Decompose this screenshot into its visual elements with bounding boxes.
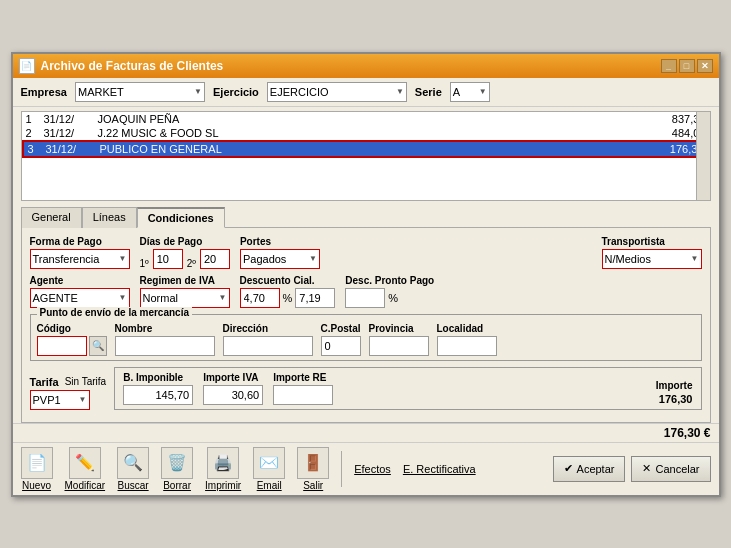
row-date: 31/12/ (44, 113, 94, 125)
provincia-input[interactable] (369, 336, 429, 356)
direccion-group: Dirección (223, 323, 313, 356)
imprimir-button[interactable]: 🖨️ Imprimir (205, 447, 241, 491)
transportista-combo[interactable]: N/Medios ▼ (602, 249, 702, 269)
tab-lineas[interactable]: Líneas (82, 207, 137, 228)
tabs: General Líneas Condiciones (21, 207, 711, 228)
transportista-label: Transportista (602, 236, 702, 247)
portes-combo[interactable]: Pagados ▼ (240, 249, 320, 269)
salir-label: Salir (303, 480, 323, 491)
bottom-row: Tarifa Sin Tarifa PVP1 ▼ B. Imponible (30, 367, 702, 410)
ejercicio-combo[interactable]: EJERCICIO ▼ (267, 82, 407, 102)
row-num: 3 (28, 143, 42, 155)
dias-1-input[interactable] (153, 249, 183, 269)
imprimir-icon: 🖨️ (207, 447, 239, 479)
cancelar-x: ✕ (642, 462, 651, 475)
localidad-label: Localidad (437, 323, 497, 334)
importe-iva-group: Importe IVA (203, 372, 263, 405)
importe-iva-label: Importe IVA (203, 372, 263, 383)
forma-pago-value: Transferencia (33, 253, 100, 265)
nombre-group: Nombre (115, 323, 215, 356)
b-imponible-input[interactable] (123, 385, 193, 405)
restore-button[interactable]: □ (679, 59, 695, 73)
serie-label: Serie (415, 86, 442, 98)
tarifa-combo[interactable]: PVP1 ▼ (30, 390, 90, 410)
forma-pago-label: Forma de Pago (30, 236, 130, 247)
transportista-group: Transportista N/Medios ▼ (602, 236, 702, 269)
localidad-group: Localidad (437, 323, 497, 356)
tab-general[interactable]: General (21, 207, 82, 228)
row-date: 31/12/ (46, 143, 96, 155)
rectificativa-link[interactable]: E. Rectificativa (403, 463, 476, 475)
importe-iva-input[interactable] (203, 385, 263, 405)
buscar-label: Buscar (118, 480, 149, 491)
punto-envio-inner: Código 🔍 Nombre Dirección (37, 323, 695, 356)
empresa-value: MARKET (78, 86, 124, 98)
importe-value: 176,30 (659, 393, 693, 405)
portes-label: Portes (240, 236, 320, 247)
row-name: J.22 MUSIC & FOOD SL (98, 127, 632, 139)
nuevo-button[interactable]: 📄 Nuevo (21, 447, 53, 491)
nuevo-label: Nuevo (22, 480, 51, 491)
b-imponible-group: B. Imponible (123, 372, 193, 405)
agente-value: AGENTE (33, 292, 78, 304)
portes-group: Portes Pagados ▼ (240, 236, 320, 269)
serie-arrow: ▼ (479, 87, 487, 96)
aceptar-button[interactable]: ✔ Aceptar (553, 456, 626, 482)
desc-pronto-pct-input[interactable] (345, 288, 385, 308)
direccion-input[interactable] (223, 336, 313, 356)
tab-condiciones-content: Forma de Pago Transferencia ▼ Días de Pa… (21, 227, 711, 423)
portes-arrow: ▼ (309, 254, 317, 263)
ejercicio-label: Ejercicio (213, 86, 259, 98)
email-button[interactable]: ✉️ Email (253, 447, 285, 491)
desc-pronto-pago-group: Desc. Pronto Pago % (345, 275, 434, 308)
direccion-label: Dirección (223, 323, 313, 334)
regimen-iva-arrow: ▼ (219, 293, 227, 302)
salir-button[interactable]: 🚪 Salir (297, 447, 329, 491)
tab-area: General Líneas Condiciones Forma de Pago… (21, 207, 711, 423)
buscar-button[interactable]: 🔍 Buscar (117, 447, 149, 491)
list-scrollbar[interactable] (696, 112, 710, 200)
dias-1-label: 1º (140, 258, 149, 269)
minimize-button[interactable]: _ (661, 59, 677, 73)
agente-combo[interactable]: AGENTE ▼ (30, 288, 130, 308)
forma-pago-combo[interactable]: Transferencia ▼ (30, 249, 130, 269)
title-bar: 📄 Archivo de Facturas de Clientes _ □ ✕ (13, 54, 719, 78)
main-window: 📄 Archivo de Facturas de Clientes _ □ ✕ … (11, 52, 721, 497)
email-icon: ✉️ (253, 447, 285, 479)
efectos-link[interactable]: Efectos (354, 463, 391, 475)
importe-re-input[interactable] (273, 385, 333, 405)
forma-pago-arrow: ▼ (119, 254, 127, 263)
list-row-selected[interactable]: 3 31/12/ PUBLICO EN GENERAL 176,30 (22, 140, 710, 158)
ejercicio-value: EJERCICIO (270, 86, 329, 98)
codigo-search-button[interactable]: 🔍 (89, 336, 107, 356)
regimen-iva-label: Regimen de IVA (140, 275, 230, 286)
descuento-cial-val-input[interactable] (295, 288, 335, 308)
close-button[interactable]: ✕ (697, 59, 713, 73)
cancelar-button[interactable]: ✕ Cancelar (631, 456, 710, 482)
borrar-button[interactable]: 🗑️ Borrar (161, 447, 193, 491)
nombre-input[interactable] (115, 336, 215, 356)
tab-condiciones[interactable]: Condiciones (137, 207, 225, 228)
dias-2-input[interactable] (200, 249, 230, 269)
dias-2-label: 2º (187, 258, 196, 269)
list-row[interactable]: 2 31/12/ J.22 MUSIC & FOOD SL 484,00 (22, 126, 710, 140)
localidad-input[interactable] (437, 336, 497, 356)
form-row-1: Forma de Pago Transferencia ▼ Días de Pa… (30, 236, 702, 269)
empresa-arrow: ▼ (194, 87, 202, 96)
total-amount: 176,30 € (664, 426, 711, 440)
cancelar-label: Cancelar (655, 463, 699, 475)
cpostal-input[interactable] (321, 336, 361, 356)
descuento-cial-pct-input[interactable] (240, 288, 280, 308)
salir-icon: 🚪 (297, 447, 329, 479)
empresa-combo[interactable]: MARKET ▼ (75, 82, 205, 102)
serie-combo[interactable]: A ▼ (450, 82, 490, 102)
b-imponible-label: B. Imponible (123, 372, 193, 383)
codigo-input[interactable] (37, 336, 87, 356)
forma-pago-group: Forma de Pago Transferencia ▼ (30, 236, 130, 269)
modificar-button[interactable]: ✏️ Modificar (65, 447, 106, 491)
punto-envio-section: Punto de envío de la mercancía Código 🔍 … (30, 314, 702, 361)
regimen-iva-combo[interactable]: Normal ▼ (140, 288, 230, 308)
list-row[interactable]: 1 31/12/ JOAQUIN PEÑA 837,32 (22, 112, 710, 126)
desc-pronto-pago-label: Desc. Pronto Pago (345, 275, 434, 286)
modificar-label: Modificar (65, 480, 106, 491)
